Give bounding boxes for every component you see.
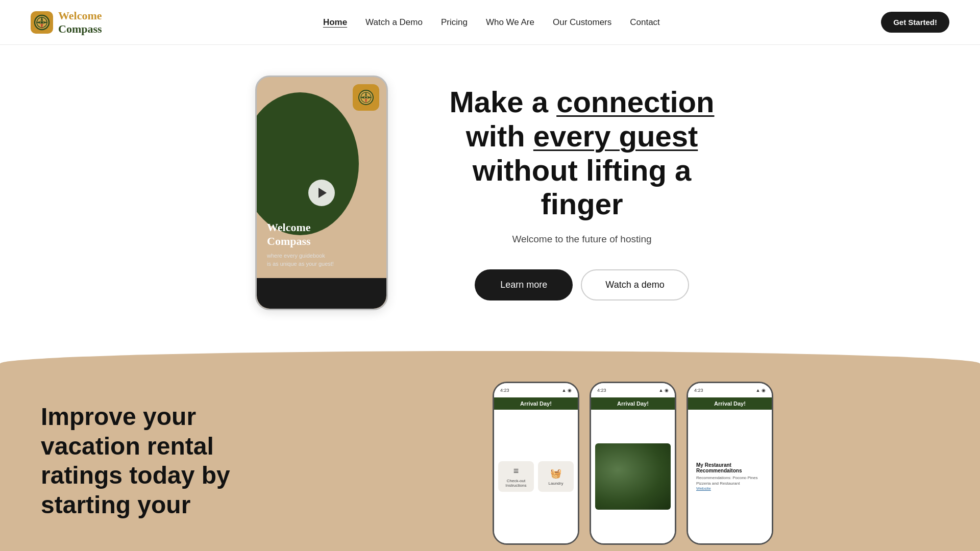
phone-3-status: 4:23 ▲ ◉ <box>688 383 772 397</box>
watch-demo-button[interactable]: Watch a demo <box>581 269 689 300</box>
phone-1-status: 4:23 ▲ ◉ <box>494 383 578 397</box>
learn-more-button[interactable]: Learn more <box>475 269 573 300</box>
phone-mockup-2: 4:23 ▲ ◉ Arrival Day! <box>590 382 676 545</box>
hero-buttons: Learn more Watch a demo <box>439 269 725 300</box>
phone-3-restaurant: My Restaurant Recommendaitons Recommenda… <box>692 458 768 495</box>
nav-home[interactable]: Home <box>323 17 347 27</box>
restaurant-title: My Restaurant Recommendaitons <box>696 462 764 473</box>
logo-text: Welcome Compass <box>58 9 102 35</box>
logo-icon <box>31 11 53 34</box>
phone-2-status: 4:23 ▲ ◉ <box>591 383 675 397</box>
hero-section: Welcome Compass where every guidebook is… <box>0 45 980 351</box>
nav-links: Home Watch a Demo Pricing Who We Are Our… <box>323 17 660 28</box>
phone-2-content <box>591 410 675 543</box>
hero-text: Make a connection with every guest witho… <box>439 85 725 300</box>
nav-our-customers[interactable]: Our Customers <box>553 17 611 27</box>
svg-point-14 <box>365 96 367 98</box>
phone-mockup-3: 4:23 ▲ ◉ Arrival Day! My Restaurant Reco… <box>687 382 773 545</box>
video-bottom-bar <box>257 278 386 309</box>
phone-3-content: My Restaurant Recommendaitons Recommenda… <box>688 410 772 543</box>
checkout-icon: ≡ <box>513 466 519 477</box>
nav-pricing[interactable]: Pricing <box>441 17 468 27</box>
get-started-button[interactable]: Get Started! <box>881 12 949 33</box>
hero-heading: Make a connection with every guest witho… <box>439 85 725 221</box>
phones-container: 4:23 ▲ ◉ Arrival Day! ≡ Check-outInstruc… <box>327 382 939 545</box>
logo[interactable]: Welcome Compass <box>31 9 102 35</box>
phone-grid-checkout: ≡ Check-outInstructions <box>498 461 534 492</box>
svg-point-7 <box>41 21 43 23</box>
video-subtitle: where every guidebook is as unique as yo… <box>267 252 334 268</box>
lower-heading: Improve your vacation rental ratings tod… <box>41 402 286 519</box>
play-icon <box>318 188 327 198</box>
phone-1-grid: ≡ Check-outInstructions 🧺 Laundry <box>498 461 574 492</box>
video-app-icon <box>353 84 379 111</box>
video-text-area: Welcome Compass where every guidebook is… <box>267 221 334 268</box>
lower-section: Improve your vacation rental ratings tod… <box>0 351 980 551</box>
laundry-icon: 🧺 <box>550 468 561 479</box>
phone-2-header: Arrival Day! <box>591 397 675 410</box>
logo-compass: Compass <box>58 22 102 35</box>
phone-2-image <box>595 443 671 510</box>
video-card: Welcome Compass where every guidebook is… <box>255 76 388 310</box>
phone-1-content: ≡ Check-outInstructions 🧺 Laundry <box>494 410 578 543</box>
forest-background <box>595 443 671 510</box>
nav-contact[interactable]: Contact <box>630 17 660 27</box>
restaurant-link[interactable]: Website <box>696 486 764 491</box>
phone-1-header: Arrival Day! <box>494 397 578 410</box>
navigation: Welcome Compass Home Watch a Demo Pricin… <box>0 0 980 45</box>
hero-subheading: Welcome to the future of hosting <box>439 234 725 245</box>
nav-watch-demo[interactable]: Watch a Demo <box>365 17 423 27</box>
phone-mockup-1: 4:23 ▲ ◉ Arrival Day! ≡ Check-outInstruc… <box>493 382 579 545</box>
lower-text: Improve your vacation rental ratings tod… <box>41 382 286 519</box>
logo-welcome: Welcome <box>58 9 102 22</box>
phone-3-header: Arrival Day! <box>688 397 772 410</box>
nav-who-we-are[interactable]: Who We Are <box>486 17 534 27</box>
restaurant-sub: Recommendations: Pocono Pines Pizzeria a… <box>696 475 764 486</box>
video-bg-circle <box>255 92 359 235</box>
play-button[interactable] <box>308 180 335 206</box>
phone-grid-laundry: 🧺 Laundry <box>538 461 574 492</box>
video-title: Welcome Compass <box>267 221 334 248</box>
